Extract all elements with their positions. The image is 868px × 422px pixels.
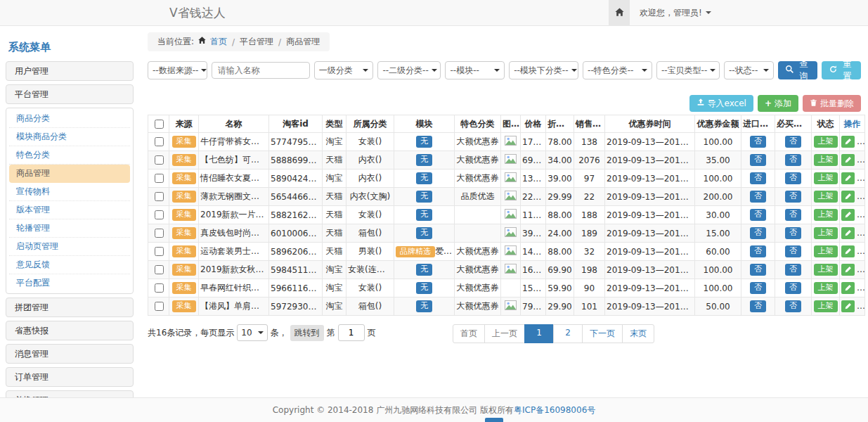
must-buy-badge[interactable]: 否 xyxy=(785,154,801,165)
level1-category-filter[interactable]: 一级分类 xyxy=(314,61,374,79)
import-select-badge[interactable]: 否 xyxy=(750,245,766,257)
sidebar-group-订单管理[interactable]: 订单管理 xyxy=(6,367,134,387)
edit-button[interactable] xyxy=(841,172,855,184)
edit-button[interactable] xyxy=(841,136,855,148)
edit-button[interactable] xyxy=(841,154,855,166)
must-buy-badge[interactable]: 否 xyxy=(785,282,801,293)
sidebar-group-拼团管理[interactable]: 拼团管理 xyxy=(6,298,134,317)
sidebar-group-消息管理[interactable]: 消息管理 xyxy=(6,344,134,364)
module-subcategory-filter[interactable]: --模块下分类-- xyxy=(509,61,578,79)
sidebar-item-版本管理[interactable]: 版本管理 xyxy=(9,201,130,219)
status-badge[interactable]: 上架 xyxy=(814,300,838,312)
row-checkbox[interactable] xyxy=(155,210,164,219)
page-button-上一页[interactable]: 上一页 xyxy=(484,324,525,343)
jump-to-button[interactable]: 跳转到 xyxy=(290,325,324,341)
sidebar-item-启动页管理[interactable]: 启动页管理 xyxy=(9,238,130,256)
row-checkbox[interactable] xyxy=(155,265,164,274)
edit-button[interactable] xyxy=(841,300,855,312)
row-checkbox[interactable] xyxy=(155,283,164,293)
sidebar-item-宣传物料[interactable]: 宣传物料 xyxy=(9,183,130,201)
import-select-badge[interactable]: 否 xyxy=(750,300,766,312)
import-select-badge[interactable]: 否 xyxy=(750,154,766,165)
table-row: 采集情侣睡衣女夏丝绸男士...589042420344淘宝内衣()无大额优惠券1… xyxy=(148,170,865,188)
sidebar-group-省惠快报[interactable]: 省惠快报 xyxy=(6,321,134,340)
page-button-末页[interactable]: 末页 xyxy=(622,324,654,343)
checkbox-cell xyxy=(148,170,169,188)
sidebar-group-用户管理[interactable]: 用户管理 xyxy=(6,61,134,81)
status-filter[interactable]: --状态-- xyxy=(724,61,774,79)
import-select-badge[interactable]: 否 xyxy=(750,136,766,147)
sidebar-item-模块商品分类[interactable]: 模块商品分类 xyxy=(9,128,130,146)
icp-link[interactable]: 粤ICP备16098006号 xyxy=(514,404,595,416)
breadcrumb-home-link[interactable]: 首页 xyxy=(210,36,227,48)
row-checkbox[interactable] xyxy=(155,192,164,201)
batch-delete-button[interactable]: 批量删除 xyxy=(803,95,861,112)
page-number-input[interactable] xyxy=(338,324,365,341)
import-select-badge[interactable]: 否 xyxy=(750,264,766,275)
taoke-id: 589620659791 xyxy=(269,243,323,261)
per-page-select[interactable]: 10 xyxy=(237,324,267,341)
import-select-badge[interactable]: 否 xyxy=(750,191,766,202)
taoke-id: 565446685867 xyxy=(269,188,323,206)
page-button-2[interactable]: 2 xyxy=(553,324,583,343)
must-buy-badge[interactable]: 否 xyxy=(785,209,801,220)
item-type-filter[interactable]: --宝贝类型-- xyxy=(656,61,720,79)
must-buy-badge[interactable]: 否 xyxy=(785,300,801,312)
sidebar-group-平台管理[interactable]: 平台管理 xyxy=(6,84,134,104)
import-select-badge[interactable]: 否 xyxy=(750,209,766,220)
row-checkbox[interactable] xyxy=(155,174,164,183)
sidebar-item-意见反馈[interactable]: 意见反馈 xyxy=(9,256,130,274)
select-all-checkbox[interactable] xyxy=(155,120,164,129)
row-checkbox[interactable] xyxy=(155,302,164,311)
reset-button[interactable]: 重置 xyxy=(822,61,861,79)
must-buy-badge[interactable]: 否 xyxy=(785,245,801,257)
must-buy-badge[interactable]: 否 xyxy=(785,172,801,184)
edit-button[interactable] xyxy=(841,227,855,239)
status-badge[interactable]: 上架 xyxy=(814,264,838,275)
sidebar-item-轮播管理[interactable]: 轮播管理 xyxy=(9,219,130,238)
import-select-badge[interactable]: 否 xyxy=(750,282,766,293)
module-filter[interactable]: --模块-- xyxy=(445,61,505,79)
sidebar-item-特色分类[interactable]: 特色分类 xyxy=(9,146,130,165)
edit-button[interactable] xyxy=(841,209,855,221)
status-badge[interactable]: 上架 xyxy=(814,154,838,165)
row-checkbox[interactable] xyxy=(155,229,164,238)
row-checkbox[interactable] xyxy=(155,155,164,165)
data-source-filter[interactable]: --数据来源-- xyxy=(148,61,207,79)
home-button[interactable] xyxy=(609,0,630,25)
status-badge[interactable]: 上架 xyxy=(814,136,838,147)
status-badge[interactable]: 上架 xyxy=(814,209,838,220)
add-button[interactable]: + 添加 xyxy=(758,95,798,112)
sidebar-item-平台配置[interactable]: 平台配置 xyxy=(9,274,130,292)
must-buy-badge[interactable]: 否 xyxy=(785,264,801,275)
edit-button[interactable] xyxy=(841,264,855,276)
row-checkbox[interactable] xyxy=(155,137,164,146)
status-badge[interactable]: 上架 xyxy=(814,282,838,293)
edit-button[interactable] xyxy=(841,191,855,203)
must-buy-badge[interactable]: 否 xyxy=(785,191,801,202)
status-badge[interactable]: 上架 xyxy=(814,227,838,238)
status-badge[interactable]: 上架 xyxy=(814,172,838,184)
status-badge[interactable]: 上架 xyxy=(814,191,838,202)
row-checkbox[interactable] xyxy=(155,247,164,256)
back-to-top-button[interactable] xyxy=(485,418,503,422)
status-badge[interactable]: 上架 xyxy=(814,245,838,257)
edit-button[interactable] xyxy=(841,245,855,257)
import-select-badge[interactable]: 否 xyxy=(750,172,766,184)
page-button-下一页[interactable]: 下一页 xyxy=(582,324,623,343)
must-buy-badge[interactable]: 否 xyxy=(785,136,801,147)
import-select-badge[interactable]: 否 xyxy=(750,227,766,238)
sidebar-item-商品分类[interactable]: 商品分类 xyxy=(9,110,130,128)
page-button-首页[interactable]: 首页 xyxy=(453,324,485,343)
import-excel-button[interactable]: 导入excel xyxy=(689,95,753,112)
feature-category-filter[interactable]: --特色分类-- xyxy=(583,61,652,79)
edit-button[interactable] xyxy=(841,282,855,294)
level2-category-filter[interactable]: --二级分类-- xyxy=(377,61,441,79)
name-search-input[interactable] xyxy=(212,62,310,79)
user-menu[interactable]: 欢迎您，管理员! xyxy=(630,0,721,25)
sidebar-item-商品管理[interactable]: 商品管理 xyxy=(9,165,130,183)
search-button[interactable]: 查询 xyxy=(778,61,817,79)
page-button-1[interactable]: 1 xyxy=(524,324,554,343)
must-buy-badge[interactable]: 否 xyxy=(785,227,801,238)
discount-price: 29.90 xyxy=(546,298,574,316)
